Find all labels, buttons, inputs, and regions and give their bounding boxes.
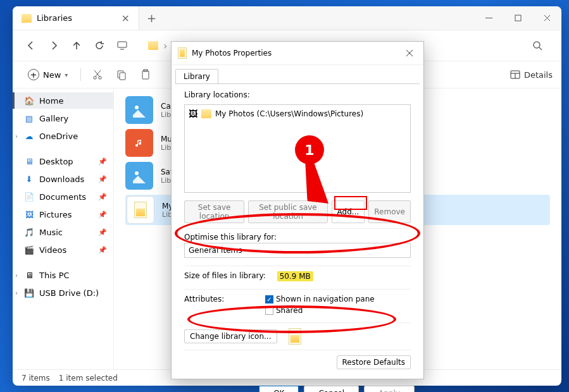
- svg-point-6: [534, 42, 540, 48]
- dialog-tabs: Library: [172, 65, 423, 83]
- svg-point-23: [135, 171, 139, 175]
- custom-library-icon: [127, 196, 154, 224]
- tab-library[interactable]: Library: [175, 69, 218, 83]
- chevron-icon[interactable]: ›: [15, 272, 18, 279]
- pin-icon: 📌: [98, 228, 107, 236]
- cloud-icon: ☁: [24, 131, 34, 141]
- pin-icon: 📌: [98, 157, 107, 166]
- tab-close-icon[interactable]: ×: [122, 12, 130, 24]
- music-icon: 🎵: [24, 227, 34, 237]
- sidebar-thispc[interactable]: ›🖥This PC: [13, 267, 113, 283]
- minimize-button[interactable]: [474, 6, 503, 30]
- new-button[interactable]: + New ▾: [22, 66, 74, 83]
- refresh-button[interactable]: [90, 36, 109, 55]
- image-library-icon: [125, 96, 153, 124]
- paste-icon[interactable]: [135, 65, 156, 84]
- sidebar-home[interactable]: 🏠Home: [13, 92, 113, 109]
- svg-point-8: [94, 77, 96, 79]
- shown-in-nav-checkbox[interactable]: ✓Shown in navigation pane: [265, 295, 375, 303]
- annotation-oval-optimise: [175, 213, 420, 254]
- image-library-icon: [125, 162, 153, 190]
- sidebar-onedrive[interactable]: ›☁OneDrive: [13, 128, 113, 144]
- chevron-icon[interactable]: ›: [15, 290, 18, 297]
- annotation-oval-change-icon: [187, 305, 396, 333]
- pin-icon: 📌: [98, 211, 107, 219]
- folder-icon: [148, 41, 158, 50]
- size-value: 50.9 MB: [277, 271, 313, 281]
- folder-icon: [201, 109, 211, 118]
- checkbox-checked-icon: ✓: [265, 295, 273, 303]
- dialog-title: My Photos Properties: [192, 49, 272, 58]
- ok-button[interactable]: OK: [259, 386, 299, 392]
- copy-icon[interactable]: [111, 65, 132, 84]
- annotation-highlight-add: [334, 196, 367, 210]
- videos-icon: 🎬: [24, 245, 34, 255]
- tab-title: Libraries: [37, 13, 72, 23]
- sidebar-gallery[interactable]: ▧Gallery: [13, 110, 113, 126]
- back-button[interactable]: [22, 36, 41, 55]
- pin-icon: 📌: [98, 193, 107, 201]
- home-icon: 🏠: [24, 95, 34, 106]
- sidebar-downloads[interactable]: ⬇Downloads📌: [13, 171, 113, 187]
- titlebar: Libraries × +: [13, 6, 561, 30]
- svg-line-10: [96, 70, 101, 77]
- apply-button[interactable]: Apply: [364, 386, 415, 392]
- locations-label: Library locations:: [184, 90, 411, 99]
- dialog-footer: OK Cancel Apply: [172, 379, 423, 392]
- window-tab[interactable]: Libraries ×: [13, 6, 139, 30]
- chevron-icon[interactable]: ›: [15, 133, 18, 140]
- maximize-button[interactable]: [503, 6, 532, 30]
- new-label: New: [43, 70, 61, 80]
- svg-point-20: [135, 106, 139, 109]
- dialog-titlebar: My Photos Properties: [172, 42, 423, 65]
- svg-line-7: [539, 47, 542, 50]
- svg-point-9: [99, 77, 101, 79]
- pin-icon: 📌: [98, 246, 107, 254]
- monitor-icon[interactable]: [113, 36, 132, 55]
- new-tab-button[interactable]: +: [139, 6, 164, 30]
- svg-rect-13: [120, 73, 125, 80]
- cancel-button[interactable]: Cancel: [304, 386, 359, 392]
- item-count: 7 items: [22, 374, 50, 383]
- up-button[interactable]: [67, 36, 86, 55]
- details-button[interactable]: Details: [510, 70, 553, 80]
- selection-count: 1 item selected: [59, 374, 118, 383]
- details-label: Details: [524, 70, 553, 80]
- window-controls: [474, 6, 561, 30]
- sidebar: 🏠Home ▧Gallery ›☁OneDrive 🖥Desktop📌 ⬇Dow…: [13, 89, 114, 369]
- downloads-icon: ⬇: [24, 174, 34, 184]
- sidebar-pictures[interactable]: 🖼Pictures📌: [13, 206, 113, 223]
- gallery-icon: ▧: [24, 113, 34, 123]
- sidebar-documents[interactable]: 📄Documents📌: [13, 188, 113, 205]
- sidebar-desktop[interactable]: 🖥Desktop📌: [13, 153, 113, 169]
- annotation-marker-1: 1: [295, 135, 324, 164]
- dialog-close-button[interactable]: [402, 46, 417, 61]
- svg-line-11: [94, 70, 99, 77]
- folder-icon: [22, 14, 32, 23]
- svg-rect-4: [118, 42, 127, 47]
- cut-icon[interactable]: [87, 65, 108, 84]
- pin-icon: 📌: [98, 175, 107, 183]
- sidebar-videos[interactable]: 🎬Videos📌: [13, 242, 113, 258]
- music-library-icon: [125, 129, 153, 157]
- location-entry[interactable]: 🖼 My Photos (C:\Users\Windows\Pictures): [189, 109, 406, 119]
- restore-defaults-button[interactable]: Restore Defaults: [337, 355, 411, 369]
- library-icon: [178, 47, 187, 59]
- plus-icon: +: [28, 69, 39, 80]
- sidebar-music[interactable]: 🎵Music📌: [13, 224, 113, 240]
- pc-icon: 🖥: [24, 270, 34, 280]
- search-button[interactable]: [527, 35, 547, 56]
- svg-rect-1: [515, 15, 521, 21]
- close-button[interactable]: [532, 6, 561, 30]
- pictures-icon: 🖼: [24, 209, 34, 219]
- desktop-icon: 🖥: [24, 156, 34, 166]
- sidebar-usb[interactable]: ›💾USB Drive (D:): [13, 285, 113, 301]
- svg-rect-14: [142, 71, 149, 79]
- size-row: Size of files in library: 50.9 MB: [184, 266, 411, 281]
- forward-button[interactable]: [44, 36, 63, 55]
- usb-icon: 💾: [24, 288, 34, 298]
- documents-icon: 📄: [24, 192, 34, 202]
